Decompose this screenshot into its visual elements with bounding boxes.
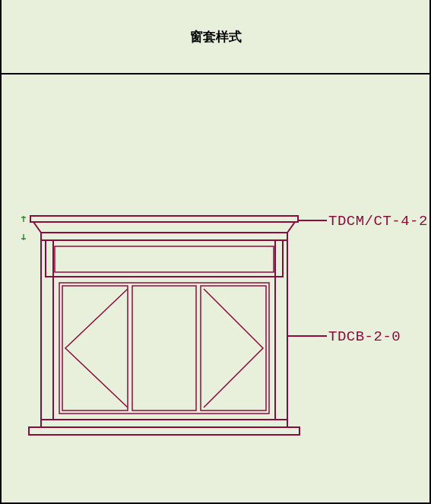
svg-rect-5 — [275, 240, 287, 420]
label-top-cornice: TDCM/CT-4-2 — [328, 213, 428, 230]
title-block: 窗套样式 — [2, 0, 429, 74]
svg-rect-1 — [41, 233, 287, 240]
svg-rect-12 — [29, 427, 299, 435]
svg-rect-6 — [53, 277, 275, 420]
svg-rect-4 — [41, 240, 53, 420]
window-diagram: TDCM/CT-4-2 TDCB-2-0 — [20, 213, 415, 449]
svg-rect-3 — [55, 246, 274, 272]
svg-rect-8 — [62, 286, 128, 410]
diagram-page: 窗套样式 — [0, 0, 431, 504]
svg-rect-2 — [46, 240, 283, 277]
svg-rect-0 — [30, 216, 298, 222]
page-title: 窗套样式 — [190, 28, 242, 46]
svg-rect-11 — [41, 420, 287, 427]
svg-rect-9 — [132, 286, 196, 410]
svg-rect-10 — [201, 286, 266, 410]
label-side-pilaster: TDCB-2-0 — [328, 328, 401, 345]
svg-rect-7 — [59, 283, 269, 414]
